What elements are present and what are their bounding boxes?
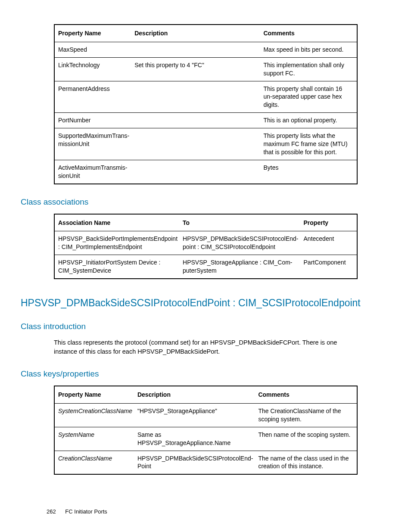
table-row: ActiveMaximumTransmis­sionUnit Bytes <box>54 160 357 184</box>
cell-comments: This property shall contain 16 un-separa… <box>262 81 357 113</box>
cell-comments: Bytes <box>262 160 357 184</box>
col-header: Description <box>134 25 262 42</box>
table-row: LinkTechnology Set this property to 4 "F… <box>54 57 357 81</box>
table-row: PermanentAddress This property shall con… <box>54 81 357 113</box>
col-header: Property Name <box>54 25 134 42</box>
cell-comments: This is an optional property. <box>262 113 357 128</box>
cell-association: HPSVSP_InitiatorPortSystem Device : CIM_… <box>54 255 182 279</box>
cell-property: SupportedMaximumTrans­missionUnit <box>54 128 134 160</box>
cell-description: HPSVSP_DPMBackSideSCSIProtocolEnd­Point <box>137 451 257 474</box>
keys-properties-table: Property Name Description Comments Syste… <box>54 386 358 475</box>
heading-class-keys-properties: Class keys/properties <box>21 369 369 379</box>
table-row: SystemName Same as HPSVSP_StorageApplian… <box>54 427 357 451</box>
table-row: SupportedMaximumTrans­missionUnit This p… <box>54 128 357 160</box>
col-header: Property <box>303 214 357 231</box>
cell-comments: This implementation shall only support F… <box>262 57 357 81</box>
col-header: Property Name <box>54 386 137 403</box>
table-row: PortNumber This is an optional property. <box>54 113 357 128</box>
cell-property: SystemCreationClassName <box>54 403 137 427</box>
cell-comments: Then name of the scoping system. <box>257 427 357 451</box>
cell-comments: The CreationClassName of the scoping sys… <box>257 403 357 427</box>
cell-description: Set this property to 4 "FC" <box>134 57 262 81</box>
table-row: MaxSpeed Max speed in bits per second. <box>54 42 357 57</box>
table-row: HPSVSP_InitiatorPortSystem Device : CIM_… <box>54 255 357 279</box>
cell-description: Same as HPSVSP_StorageAppliance.Name <box>137 427 257 451</box>
cell-description <box>134 160 262 184</box>
cell-comments: The name of the class used in the cre­at… <box>257 451 357 474</box>
properties-table-1: Property Name Description Comments MaxSp… <box>54 24 358 184</box>
col-header: Description <box>137 386 257 403</box>
cell-description: "HPSVSP_StorageAppliance" <box>137 403 257 427</box>
associations-table: Association Name To Property HPSVSP_Back… <box>54 214 358 279</box>
cell-property: Antecedent <box>303 231 357 255</box>
cell-property: PartComponent <box>303 255 357 279</box>
cell-to: HPSVSP_StorageAppliance : CIM_Com­puterS… <box>182 255 302 279</box>
cell-property: MaxSpeed <box>54 42 134 57</box>
col-header: Comments <box>257 386 357 403</box>
cell-description <box>134 42 262 57</box>
cell-association: HPSVSP_BackSidePortImplementsEndpoint : … <box>54 231 182 255</box>
heading-class-associations: Class associations <box>21 197 369 207</box>
cell-property: PermanentAddress <box>54 81 134 113</box>
cell-description <box>134 128 262 160</box>
intro-paragraph: This class represents the protocol (comm… <box>54 338 358 356</box>
col-header: Association Name <box>54 214 182 231</box>
col-header: To <box>182 214 302 231</box>
cell-property: SystemName <box>54 427 137 451</box>
table-row: CreationClassName HPSVSP_DPMBackSideSCSI… <box>54 451 357 474</box>
cell-property: PortNumber <box>54 113 134 128</box>
cell-description <box>134 81 262 113</box>
cell-property: LinkTechnology <box>54 57 134 81</box>
cell-comments: This property lists what the maximum FC … <box>262 128 357 160</box>
table-row: SystemCreationClassName "HPSVSP_StorageA… <box>54 403 357 427</box>
cell-description <box>134 113 262 128</box>
col-header: Comments <box>262 25 357 42</box>
cell-property: ActiveMaximumTransmis­sionUnit <box>54 160 134 184</box>
cell-comments: Max speed in bits per second. <box>262 42 357 57</box>
cell-property: CreationClassName <box>54 451 137 474</box>
cell-to: HPSVSP_DPMBackSideSCSIProtocolEnd­point … <box>182 231 302 255</box>
table-row: HPSVSP_BackSidePortImplementsEndpoint : … <box>54 231 357 255</box>
heading-class-title: HPSVSP_DPMBackSideSCSIProtocolEndPoint :… <box>21 297 369 309</box>
heading-class-introduction: Class introduction <box>21 322 369 331</box>
